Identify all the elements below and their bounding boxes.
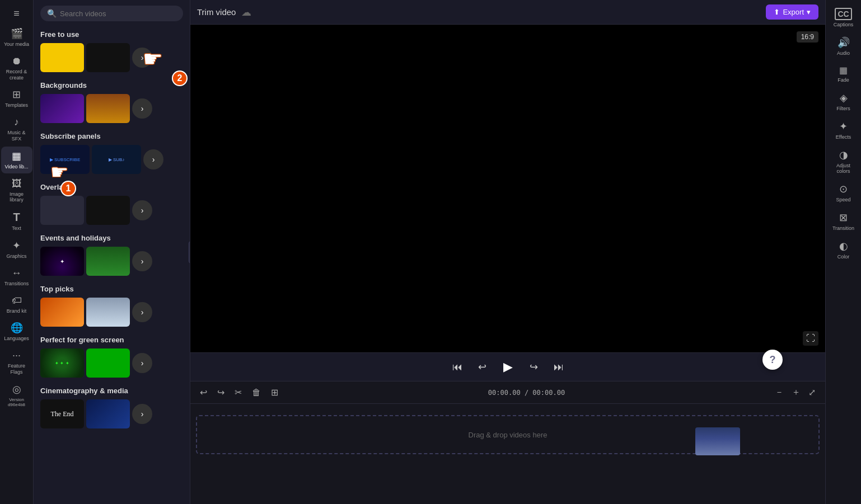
aspect-ratio-badge[interactable]: 16:9 [797,31,818,43]
thumbnail[interactable] [40,43,84,72]
sidebar-item-label: Text [12,225,21,232]
right-panel-transition[interactable]: ⊠ Transition [827,208,860,234]
clip-preview [695,427,740,455]
right-panel-audio[interactable]: 🔊 Audio [827,33,860,59]
cut-button[interactable]: ✂ [232,385,245,399]
export-label: Export [783,8,804,16]
thumb-row: › [40,94,183,123]
more-button[interactable]: › [132,251,152,271]
sidebar-item-transitions[interactable]: ↔ Transitions [1,264,32,290]
right-panel-adjust-colors[interactable]: ◑ Adjust colors [827,145,860,177]
right-panel-effects[interactable]: ✦ Effects [827,117,860,143]
right-panel-color[interactable]: ◐ Color [827,237,860,263]
more-button[interactable]: › [132,404,152,424]
skip-forward-button[interactable]: ⏭ [550,359,567,375]
sidebar-item-languages[interactable]: 🌐 Languages [1,318,32,345]
help-button[interactable]: ? [762,350,783,370]
forward-button[interactable]: ↪ [526,359,541,375]
thumb-row: › [40,43,183,72]
play-button[interactable]: ▶ [499,357,517,376]
redo-button[interactable]: ↪ [214,385,227,399]
sidebar-item-feature-flags[interactable]: ··· Feature Flags [1,346,32,379]
timeline-track[interactable]: Drag & drop videos here [196,415,820,454]
timeline-clip-thumbnail[interactable] [695,427,740,455]
left-navigation: ≡ 🎬 Your media ⏺ Record &create ⊞ Templa… [0,0,34,504]
more-button[interactable]: › [132,353,152,373]
search-bar[interactable]: 🔍 [40,6,183,21]
thumbnail[interactable] [86,196,130,225]
color-icon: ◐ [839,240,848,252]
section-top-picks: Top picks › [34,279,190,330]
speed-icon: ⊙ [839,183,848,195]
effects-icon: ✦ [839,120,848,133]
timeline-toolbar: ↩ ↪ ✂ 🗑 ⊞ 00:00.00 / 00:00.00 － ＋ ⤢ [190,381,825,404]
thumbnail[interactable] [86,247,130,276]
cloud-save-icon: ☁ [241,6,251,18]
sidebar-item-record[interactable]: ⏺ Record &create [1,52,32,84]
more-button[interactable]: › [143,149,163,169]
right-panel-label: Captions [834,22,854,27]
thumbnail[interactable]: ✦ ✦ ✦ [40,348,84,378]
section-overlays: Overlays › ☛ 1 [34,177,190,228]
right-panel-fade[interactable]: ▦ Fade [827,62,860,86]
thumbnail[interactable] [86,298,130,327]
section-events-holidays: Events and holidays ✦ › [34,228,190,279]
section-title: Subscribe panels [40,132,183,140]
section-cinematography: Cinematography & media The End › [34,381,190,432]
sidebar-item-graphics[interactable]: ✦ Graphics [1,236,32,263]
thumbnail[interactable]: The End [40,399,84,428]
zoom-in-button[interactable]: ＋ [789,385,803,400]
thumbnail[interactable] [86,399,130,428]
brand-icon: 🏷 [12,295,22,307]
more-button[interactable]: › [132,200,152,220]
thumbnail[interactable] [40,298,84,327]
more-button[interactable]: › [132,98,152,119]
sidebar-item-video-lib[interactable]: ▦ Video lib... [1,147,32,173]
sidebar-item-label: Your media [4,41,29,48]
sidebar-item-text[interactable]: T Text [1,208,32,235]
nav-menu-toggle[interactable]: ≡ [1,4,32,23]
thumbnail[interactable]: ✦ [40,247,84,276]
sidebar-item-your-media[interactable]: 🎬 Your media [1,24,32,51]
thumb-row: ✦ ✦ ✦ › [40,348,183,378]
export-button[interactable]: ⬆ Export ▾ [766,4,818,20]
music-icon: ♪ [14,116,19,128]
thumbnail[interactable]: ▶ SUB♪ [92,145,141,174]
section-title: Events and holidays [40,234,183,242]
undo-button[interactable]: ↩ [197,385,210,399]
sidebar-item-version[interactable]: ◎ Versiond96e4b8 [1,380,32,411]
skip-back-button[interactable]: ⏮ [449,359,466,375]
graphics-icon: ✦ [12,239,21,252]
sidebar-item-music-sfx[interactable]: ♪ Music & SFX [1,113,32,145]
thumbnail[interactable] [40,196,84,225]
thumbnail[interactable] [86,348,130,378]
sidebar-item-templates[interactable]: ⊞ Templates [1,85,32,112]
fit-button[interactable]: ⤢ [806,385,818,399]
right-panel-captions[interactable]: CC Captions [827,4,860,31]
right-panel-label: Effects [836,134,851,140]
search-icon: 🔍 [47,9,57,18]
sidebar-item-brand-kit[interactable]: 🏷 Brand kit [1,291,32,318]
sidebar-item-image-lib[interactable]: 🖼 Image library [1,175,32,207]
more-button[interactable]: › [132,302,152,322]
more-button[interactable]: › [132,48,152,68]
search-input[interactable] [60,10,176,18]
thumbnail[interactable] [86,43,130,72]
captions-icon: CC [835,8,851,20]
rewind-button[interactable]: ↩ [475,359,490,375]
thumbnail[interactable] [40,94,84,123]
section-title: Perfect for green screen [40,336,183,344]
thumbnail[interactable] [86,94,130,123]
record-icon: ⏺ [12,55,22,67]
right-panel-speed[interactable]: ⊙ Speed [827,180,860,206]
audio-icon: 🔊 [837,36,850,49]
zoom-controls: － ＋ ⤢ [772,385,818,400]
thumbnail[interactable]: ▶ SUBSCRIBE [40,145,90,174]
delete-button[interactable]: 🗑 [249,386,264,399]
fullscreen-button[interactable]: ⛶ [803,331,818,346]
zoom-out-button[interactable]: － [772,385,787,400]
right-panel-filters[interactable]: ◈ Filters [827,88,860,115]
copy-button[interactable]: ⊞ [268,385,281,399]
sidebar-item-label: Versiond96e4b8 [8,397,25,408]
main-area: Trim video ☁ ⬆ Export ▾ 16:9 ⛶ ⏮ ↩ ▶ ↪ ⏭… [190,0,825,504]
